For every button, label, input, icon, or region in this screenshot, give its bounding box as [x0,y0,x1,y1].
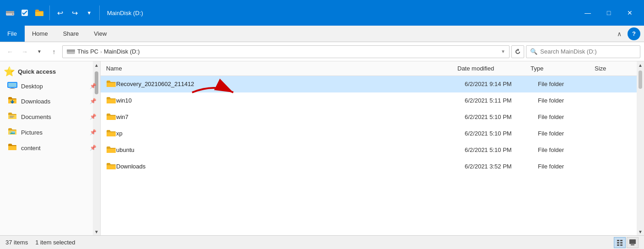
search-box[interactable]: 🔍 [526,45,640,58]
address-box[interactable]: This PC › MainDisk (D:) ▼ [62,45,510,58]
sidebar-item-pictures[interactable]: Pictures 📌 [0,124,100,140]
table-row[interactable]: win7 6/2/2021 5:10 PM File folder [101,109,644,125]
downloads-folder-icon [7,96,17,107]
file-row-name: ubuntu [116,146,465,153]
drive-icon [4,6,16,19]
help-button[interactable]: ? [628,27,640,40]
details-view-button[interactable] [614,237,626,248]
sidebar-item-documents[interactable]: Documents 📌 [0,109,100,124]
folder-icon [106,145,116,155]
file-row-date: 6/2/2021 3:52 PM [465,163,538,170]
column-name[interactable]: Name [106,65,457,72]
file-scroll-thumb [639,70,642,89]
ribbon-expand-area: ∧ ? [609,26,644,42]
sidebar-item-desktop[interactable]: Desktop 📌 [0,79,100,93]
path-dropdown-icon[interactable]: ▼ [501,49,505,54]
close-button[interactable]: ✕ [619,5,640,20]
sidebar-scroll-up[interactable]: ▲ [93,61,100,69]
sidebar-scroll-down[interactable]: ▼ [93,228,100,235]
desktop-folder-icon [7,81,17,91]
svg-rect-10 [10,116,14,117]
file-row-name: win7 [116,114,465,120]
sidebar-content-label: content [21,145,86,152]
tab-share[interactable]: Share [56,26,87,42]
path-root: This PC [77,48,98,55]
sidebar: ▲ ▼ ⭐ Quick access [0,61,101,235]
back-button[interactable]: ← [4,45,16,58]
table-row[interactable]: win10 6/2/2021 5:11 PM File folder [101,92,644,109]
svg-rect-22 [631,244,634,245]
folder-icon[interactable] [33,6,46,19]
file-row-date: 6/2/2021 9:14 PM [465,81,538,87]
pin-icon-desktop: 📌 [90,83,97,89]
file-row-type: File folder [538,146,602,153]
title-bar: ↩ ↪ ▼ MainDisk (D:) — □ ✕ [0,0,644,26]
ribbon-collapse-button[interactable]: ∧ [613,27,626,40]
folder-icon [106,96,116,106]
sidebar-desktop-label: Desktop [21,83,86,90]
table-row[interactable]: ubuntu 6/2/2021 5:10 PM File folder [101,142,644,158]
file-row-type: File folder [538,130,602,137]
svg-point-2 [12,14,14,15]
column-size[interactable]: Size [595,65,631,72]
file-pane: Name Date modified Type Size Recovery_20… [101,61,644,235]
svg-rect-21 [629,239,636,244]
column-type[interactable]: Type [531,65,595,72]
file-scroll-up[interactable]: ▲ [637,61,644,69]
customize-icon[interactable]: ▼ [83,6,96,19]
refresh-button[interactable] [511,45,524,58]
redo-icon[interactable]: ↪ [68,6,81,19]
file-scroll-track [637,69,644,228]
tab-home[interactable]: Home [25,26,56,42]
column-date-modified[interactable]: Date modified [457,65,531,72]
search-input[interactable] [540,48,636,55]
folder-icon [106,112,116,122]
file-row-name: win10 [116,97,465,104]
svg-rect-18 [620,242,623,244]
folder-icon [106,79,116,89]
sidebar-pictures-label: Pictures [21,129,86,136]
forward-button[interactable]: → [18,45,31,58]
table-row[interactable]: Recovery_20210602_211412 6/2/2021 9:14 P… [101,76,644,92]
window-title: MainDisk (D:) [107,10,143,16]
quick-access-header[interactable]: ⭐ Quick access [0,63,100,79]
tab-view[interactable]: View [86,26,114,42]
content-folder-icon [7,142,17,153]
table-row[interactable]: Downloads 6/2/2021 3:52 PM File folder [101,158,644,175]
file-row-name: Downloads [116,163,465,170]
recent-locations-button[interactable]: ▼ [33,45,46,58]
svg-point-13 [10,132,11,133]
details-view-icon [616,239,623,246]
file-list: Recovery_20210602_211412 6/2/2021 9:14 P… [101,76,644,235]
up-button[interactable]: ↑ [48,45,60,58]
file-row-name: Recovery_20210602_211412 [116,81,465,87]
file-scroll-down[interactable]: ▼ [637,228,644,235]
file-row-name: xp [116,130,465,137]
sidebar-item-downloads[interactable]: Downloads 📌 [0,93,100,109]
check-icon[interactable] [18,6,31,19]
item-count-text: 37 items [5,239,28,246]
tab-file[interactable]: File [0,26,25,42]
pin-icon-downloads: 📌 [90,98,97,104]
file-row-date: 6/2/2021 5:10 PM [465,114,538,120]
toolbar-divider [49,5,50,20]
maximize-button[interactable]: □ [598,5,619,20]
svg-rect-9 [10,88,15,89]
sidebar-downloads-label: Downloads [21,98,86,105]
quick-access-label: Quick access [18,68,56,75]
file-row-date: 6/2/2021 5:10 PM [465,130,538,137]
refresh-icon [514,48,521,55]
undo-icon[interactable]: ↩ [54,6,66,19]
path-separator: › [100,49,102,54]
file-row-type: File folder [538,81,602,87]
large-icons-view-icon [629,239,636,246]
sidebar-documents-label: Documents [21,114,86,120]
sidebar-item-content[interactable]: content 📌 [0,140,100,156]
file-row-date: 6/2/2021 5:10 PM [465,146,538,153]
minimize-button[interactable]: — [577,5,598,20]
table-row[interactable]: xp 6/2/2021 5:10 PM File folder [101,125,644,142]
large-icons-view-button[interactable] [627,237,639,248]
svg-rect-1 [6,11,14,13]
ribbon: File Home Share View ∧ ? [0,26,644,42]
star-icon: ⭐ [4,66,15,77]
